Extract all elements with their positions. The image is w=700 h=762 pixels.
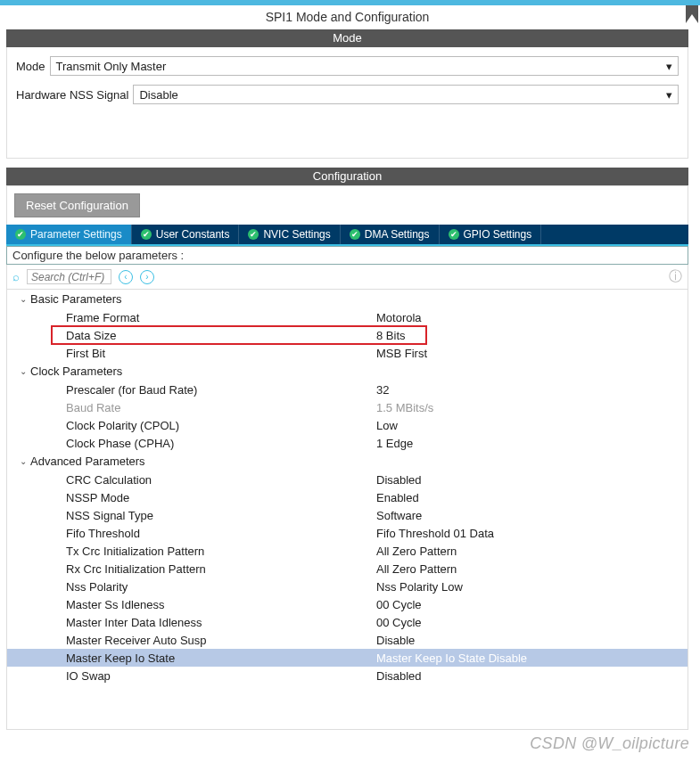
param-value: Motorola (376, 311, 422, 324)
param-value: Enabled (376, 491, 419, 504)
info-icon[interactable]: ⓘ (669, 268, 682, 285)
param-name: Master Receiver Auto Susp (66, 634, 376, 647)
param-value: Disable (376, 634, 415, 647)
tab-user-constants[interactable]: ✔ User Constants (132, 225, 240, 244)
nss-label: Hardware NSS Signal (16, 88, 128, 102)
param-row[interactable]: Frame FormatMotorola (7, 308, 688, 326)
param-row[interactable]: NSS Signal TypeSoftware (7, 506, 688, 524)
mode-select-value: Transmit Only Master (56, 60, 167, 73)
param-value: Low (376, 419, 398, 432)
param-row[interactable]: Fifo ThresholdFifo Threshold 01 Data (7, 524, 688, 542)
svg-marker-0 (686, 5, 698, 23)
section-header-config: Configuration (6, 168, 688, 185)
param-value: Fifo Threshold 01 Data (376, 527, 494, 540)
param-value: 1.5 MBits/s (376, 401, 433, 414)
mode-form-block: Mode Transmit Only Master ▾ Hardware NSS… (6, 47, 688, 159)
param-row[interactable]: Tx Crc Initialization PatternAll Zero Pa… (7, 542, 688, 560)
param-name: Clock Phase (CPHA) (66, 437, 376, 450)
param-row[interactable]: CRC CalculationDisabled (7, 471, 688, 488)
tab-nvic-settings[interactable]: ✔ NVIC Settings (239, 225, 340, 244)
page-title: SPI1 Mode and Configuration (6, 5, 688, 29)
param-name: Baud Rate (66, 401, 376, 414)
param-value: MSB First (376, 347, 427, 360)
param-value: Master Keep Io State Disable (376, 651, 527, 665)
configure-hint: Configure the below parameters : (6, 246, 688, 265)
param-row[interactable]: Clock Polarity (CPOL)Low (7, 416, 688, 434)
tab-dma-settings[interactable]: ✔ DMA Settings (341, 225, 440, 244)
search-input[interactable] (27, 269, 111, 284)
param-row[interactable]: Master Keep Io StateMaster Keep Io State… (7, 649, 688, 667)
param-name: Clock Polarity (CPOL) (66, 419, 376, 432)
param-value: All Zero Pattern (376, 562, 457, 576)
tab-label: Parameter Settings (30, 228, 122, 241)
param-row[interactable]: Clock Phase (CPHA)1 Edge (7, 434, 688, 452)
param-value: 00 Cycle (376, 616, 422, 629)
param-row[interactable]: Data Size8 Bits (52, 326, 426, 344)
search-icon[interactable]: ⌕ (12, 270, 20, 283)
param-name: Frame Format (66, 311, 376, 324)
tab-label: DMA Settings (365, 228, 430, 241)
param-row[interactable]: Master Receiver Auto SuspDisable (7, 631, 688, 649)
param-name: NSSP Mode (66, 491, 376, 504)
search-next-button[interactable]: › (140, 270, 154, 284)
param-name: Data Size (66, 329, 376, 342)
param-name: CRC Calculation (66, 473, 376, 487)
check-icon: ✔ (449, 229, 459, 240)
parameters-area: ⌄Basic ParametersFrame FormatMotorolaDat… (6, 290, 688, 730)
chevron-down-icon: ▾ (666, 88, 672, 102)
param-row[interactable]: Prescaler (for Baud Rate)32 (7, 381, 688, 398)
check-icon: ✔ (248, 229, 259, 240)
chevron-down-icon: ⌄ (20, 294, 27, 304)
param-value: 8 Bits (376, 329, 406, 342)
mode-label: Mode (16, 60, 45, 73)
param-row[interactable]: First BitMSB First (7, 344, 688, 362)
param-row[interactable]: Master Ss Idleness00 Cycle (7, 595, 688, 613)
corner-notch-icon (686, 5, 698, 23)
param-row[interactable]: Master Inter Data Idleness00 Cycle (7, 613, 688, 631)
config-tabs: ✔ Parameter Settings ✔ User Constants ✔ … (6, 225, 688, 246)
param-value: All Zero Pattern (376, 545, 457, 558)
group-header[interactable]: ⌄Clock Parameters (7, 362, 688, 381)
param-name: Prescaler (for Baud Rate) (66, 383, 376, 397)
tab-gpio-settings[interactable]: ✔ GPIO Settings (440, 225, 542, 244)
param-name: First Bit (66, 347, 376, 360)
search-row: ⌕ ‹ › ⓘ (6, 265, 688, 290)
param-name: Master Keep Io State (66, 651, 376, 665)
group-title: Advanced Parameters (30, 455, 145, 468)
check-icon: ✔ (141, 229, 152, 240)
group-title: Basic Parameters (30, 292, 122, 306)
param-name: Tx Crc Initialization Pattern (66, 545, 376, 558)
chevron-down-icon: ⌄ (20, 366, 27, 376)
mode-select[interactable]: Transmit Only Master ▾ (50, 56, 679, 76)
param-name: Nss Polarity (66, 580, 376, 594)
param-value: Disabled (376, 473, 422, 487)
param-name: Fifo Threshold (66, 527, 376, 540)
param-row[interactable]: Baud Rate1.5 MBits/s (7, 398, 688, 416)
param-value: 1 Edge (376, 437, 413, 450)
param-value: Software (376, 509, 422, 522)
param-value: Nss Polarity Low (376, 580, 463, 594)
section-header-mode: Mode (6, 29, 688, 47)
param-value: 00 Cycle (376, 598, 422, 611)
tab-parameter-settings[interactable]: ✔ Parameter Settings (6, 225, 132, 244)
param-name: Master Inter Data Idleness (66, 616, 376, 629)
param-row[interactable]: Nss PolarityNss Polarity Low (7, 578, 688, 595)
group-header[interactable]: ⌄Basic Parameters (7, 290, 688, 308)
search-prev-button[interactable]: ‹ (119, 270, 133, 284)
reset-configuration-button[interactable]: Reset Configuration (14, 193, 140, 217)
param-name: Master Ss Idleness (66, 598, 376, 611)
param-row[interactable]: NSSP ModeEnabled (7, 488, 688, 506)
watermark: CSDN @W_oilpicture (530, 734, 689, 753)
group-header[interactable]: ⌄Advanced Parameters (7, 452, 688, 471)
check-icon: ✔ (15, 229, 26, 240)
tab-label: GPIO Settings (464, 228, 532, 241)
tab-label: User Constants (156, 228, 230, 241)
nss-select[interactable]: Disable ▾ (133, 85, 679, 104)
param-row[interactable]: IO SwapDisabled (7, 667, 688, 684)
check-icon: ✔ (350, 229, 360, 240)
chevron-down-icon: ⌄ (20, 456, 27, 466)
param-row[interactable]: Rx Crc Initialization PatternAll Zero Pa… (7, 560, 688, 578)
chevron-down-icon: ▾ (666, 60, 672, 73)
param-name: Rx Crc Initialization Pattern (66, 562, 376, 576)
param-value: Disabled (376, 669, 422, 683)
